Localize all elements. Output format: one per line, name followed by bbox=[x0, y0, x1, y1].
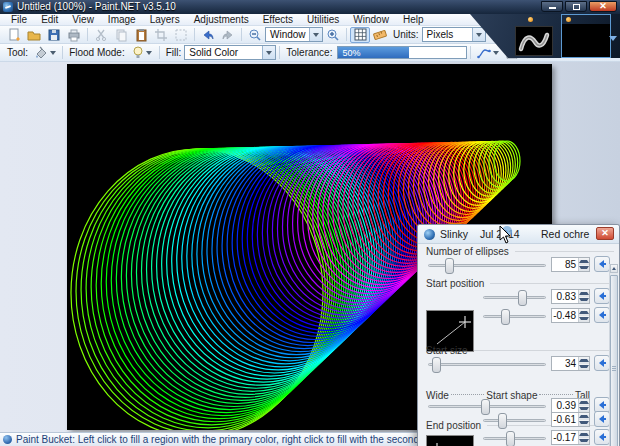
end-x-value: -0.61 bbox=[553, 414, 576, 425]
end-position-preview[interactable] bbox=[426, 435, 474, 446]
copy-icon bbox=[114, 28, 128, 42]
blend-mode-button[interactable] bbox=[474, 45, 502, 61]
end-x-slider[interactable] bbox=[483, 419, 546, 422]
open-folder-icon bbox=[27, 28, 41, 42]
toolbar-separator bbox=[241, 28, 242, 41]
menu-edit[interactable]: Edit bbox=[34, 14, 65, 26]
start-x-spinner[interactable] bbox=[578, 290, 589, 303]
menu-effects[interactable]: Effects bbox=[256, 14, 300, 26]
redo-button[interactable] bbox=[218, 27, 238, 43]
units-combobox[interactable]: Pixels bbox=[422, 27, 486, 42]
flood-mode-button[interactable] bbox=[128, 45, 156, 61]
scrollbar-up-button[interactable] bbox=[610, 264, 618, 273]
start-size-reset-button[interactable] bbox=[594, 355, 610, 371]
fill-style-value: Solid Color bbox=[189, 47, 238, 58]
tolerance-slider[interactable]: 50% bbox=[337, 46, 467, 59]
end-x-value-box[interactable]: -0.61 bbox=[551, 412, 590, 427]
end-y-value-box[interactable]: -0.17 bbox=[551, 430, 590, 445]
start-y-spinner[interactable] bbox=[578, 309, 589, 322]
start-x-value-box[interactable]: 0.83 bbox=[551, 289, 590, 304]
start-x-slider[interactable] bbox=[483, 296, 546, 299]
ellipses-value-box[interactable]: 85 bbox=[551, 257, 590, 272]
grid-toggle-button[interactable] bbox=[350, 27, 370, 43]
start-size-slider[interactable] bbox=[428, 363, 546, 366]
image-list-chevron-icon[interactable] bbox=[609, 36, 617, 41]
open-file-button[interactable] bbox=[24, 27, 44, 43]
undo-button[interactable] bbox=[198, 27, 218, 43]
menu-utilities[interactable]: Utilities bbox=[300, 14, 346, 26]
ruler-toggle-button[interactable] bbox=[370, 27, 390, 43]
start-size-value-box[interactable]: 34 bbox=[551, 356, 590, 371]
fill-label: Fill: bbox=[166, 47, 182, 58]
menu-help[interactable]: Help bbox=[396, 14, 431, 26]
units-label: Units: bbox=[393, 29, 419, 40]
cut-button[interactable] bbox=[91, 27, 111, 43]
start-shape-spinner[interactable] bbox=[578, 399, 589, 412]
end-x-spinner[interactable] bbox=[578, 413, 589, 426]
dialog-close-button[interactable]: ✕ bbox=[596, 227, 614, 240]
dialog-scrollbar[interactable] bbox=[609, 264, 618, 446]
toolbar-separator bbox=[346, 28, 347, 41]
menu-layers[interactable]: Layers bbox=[143, 14, 187, 26]
image-tab-squiggle[interactable] bbox=[515, 26, 553, 56]
menu-adjustments[interactable]: Adjustments bbox=[187, 14, 256, 26]
ellipses-spinner[interactable] bbox=[578, 258, 589, 271]
start-size-slider-thumb[interactable] bbox=[432, 357, 441, 373]
start-position-section-label: Start position bbox=[426, 278, 614, 289]
menu-window[interactable]: Window bbox=[346, 14, 396, 26]
chevron-down-icon bbox=[146, 51, 152, 55]
start-shape-value: 0.39 bbox=[557, 400, 576, 411]
end-x-slider-thumb[interactable] bbox=[498, 413, 507, 429]
end-y-reset-button[interactable] bbox=[594, 429, 610, 445]
menu-view[interactable]: View bbox=[65, 14, 101, 26]
units-combobox-arrow[interactable] bbox=[472, 28, 485, 41]
chevron-down-icon bbox=[476, 33, 482, 37]
start-y-reset-button[interactable] bbox=[594, 307, 610, 323]
deselect-button[interactable] bbox=[171, 27, 191, 43]
zoom-combobox-arrow[interactable] bbox=[309, 28, 322, 41]
paste-button[interactable] bbox=[131, 27, 151, 43]
toolbar-separator bbox=[279, 46, 280, 59]
start-shape-slider[interactable] bbox=[428, 405, 546, 408]
paintdotnet-window: Untitled (100%) - Paint.NET v3.5.10 ✕ Fi… bbox=[0, 0, 620, 446]
zoom-level-combobox[interactable]: Window bbox=[265, 27, 323, 42]
copy-button[interactable] bbox=[111, 27, 131, 43]
start-y-value-box[interactable]: -0.48 bbox=[551, 308, 590, 323]
end-y-slider-thumb[interactable] bbox=[506, 431, 515, 446]
start-size-spinner[interactable] bbox=[578, 357, 589, 370]
start-shape-slider-thumb[interactable] bbox=[481, 399, 490, 415]
ellipses-slider-thumb[interactable] bbox=[445, 258, 454, 274]
start-y-slider-thumb[interactable] bbox=[501, 309, 510, 325]
current-tool-button[interactable] bbox=[31, 45, 59, 61]
print-button[interactable] bbox=[64, 27, 84, 43]
start-x-slider-thumb[interactable] bbox=[518, 290, 527, 306]
start-shape-value-box[interactable]: 0.39 bbox=[551, 398, 590, 413]
end-y-slider[interactable] bbox=[483, 437, 546, 440]
ellipses-section-label: Number of ellipses bbox=[426, 246, 614, 257]
menu-image[interactable]: Image bbox=[101, 14, 143, 26]
close-button[interactable]: ✕ bbox=[589, 1, 617, 12]
fill-combobox-arrow[interactable] bbox=[262, 46, 275, 59]
end-y-spinner[interactable] bbox=[578, 431, 589, 444]
save-button[interactable] bbox=[44, 27, 64, 43]
current-image-thumbnail bbox=[562, 24, 610, 57]
print-icon bbox=[67, 28, 81, 42]
zoom-out-button[interactable] bbox=[245, 27, 265, 43]
ellipses-reset-button[interactable] bbox=[594, 256, 610, 272]
minimize-button[interactable] bbox=[541, 1, 563, 12]
dialog-title-bar[interactable]: Slinky Jul 2014 Red ochre ✕ bbox=[418, 225, 619, 244]
title-bar: Untitled (100%) - Paint.NET v3.5.10 bbox=[0, 0, 620, 14]
paste-icon bbox=[134, 28, 148, 42]
new-file-button[interactable] bbox=[4, 27, 24, 43]
menu-file[interactable]: File bbox=[4, 14, 34, 26]
crop-button[interactable] bbox=[151, 27, 171, 43]
start-x-reset-button[interactable] bbox=[594, 288, 610, 304]
zoom-in-button[interactable] bbox=[323, 27, 343, 43]
ellipses-slider[interactable] bbox=[428, 264, 546, 267]
maximize-button[interactable] bbox=[565, 1, 587, 12]
image-tab-current[interactable] bbox=[561, 14, 611, 58]
end-x-reset-button[interactable] bbox=[594, 411, 610, 427]
fill-style-combobox[interactable]: Solid Color bbox=[184, 45, 276, 60]
scrollbar-thumb[interactable] bbox=[610, 275, 618, 446]
start-y-slider[interactable] bbox=[483, 315, 546, 318]
